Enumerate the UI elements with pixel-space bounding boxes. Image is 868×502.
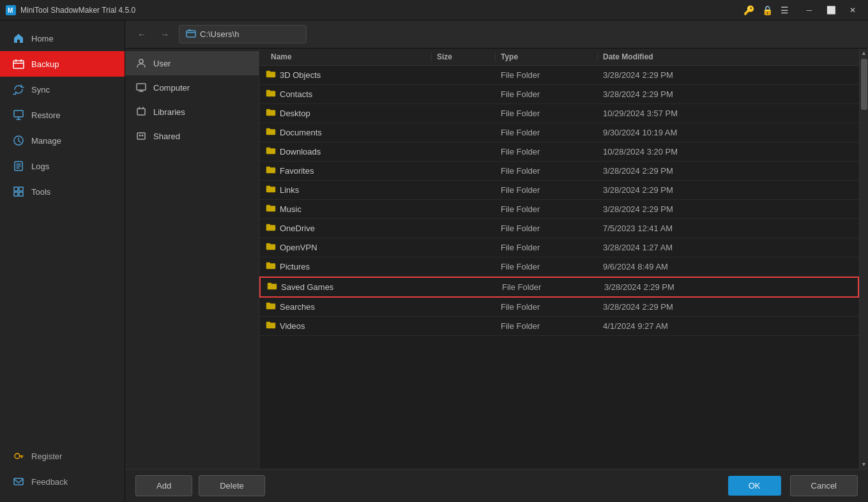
tree-item-computer[interactable]: Computer — [125, 75, 259, 100]
file-type: File Folder — [496, 147, 598, 156]
file-row[interactable]: Documents File Folder 9/30/2024 10:19 AM — [259, 123, 859, 142]
tree-item-user[interactable]: User — [125, 51, 259, 75]
file-type: File Folder — [496, 302, 598, 312]
folder-icon — [267, 282, 277, 293]
file-type: File Folder — [496, 224, 598, 233]
scrollbar[interactable]: ▲ ▼ — [859, 49, 868, 469]
tree-label-libraries: Libraries — [153, 107, 185, 117]
file-row[interactable]: OneDrive File Folder 7/5/2023 12:41 AM — [259, 219, 859, 238]
shared-icon — [135, 130, 147, 142]
user-icon — [135, 57, 147, 69]
file-name: Pictures — [266, 261, 432, 272]
sidebar-item-tools[interactable]: Tools — [0, 179, 125, 204]
sync-icon — [12, 83, 25, 96]
file-type: File Folder — [497, 282, 599, 292]
file-name: Videos — [266, 321, 432, 331]
file-row[interactable]: Contacts File Folder 3/28/2024 2:29 PM — [259, 85, 859, 104]
close-button[interactable]: ✕ — [842, 1, 863, 19]
file-date: 9/30/2024 10:19 AM — [598, 128, 726, 137]
file-row[interactable]: 3D Objects File Folder 3/28/2024 2:29 PM — [259, 66, 859, 85]
file-row[interactable]: Desktop File Folder 10/29/2024 3:57 PM — [259, 104, 859, 123]
sidebar-item-register[interactable]: Register — [0, 443, 125, 469]
restore-icon — [12, 109, 25, 121]
file-type: File Folder — [496, 321, 598, 331]
file-date: 3/28/2024 2:29 PM — [598, 302, 726, 312]
folder-icon — [266, 321, 276, 331]
tree-item-shared[interactable]: Shared — [125, 124, 259, 148]
svg-point-9 — [139, 59, 143, 63]
sidebar-item-home[interactable]: Home — [0, 26, 125, 51]
back-button[interactable]: ← — [133, 26, 151, 43]
svg-rect-8 — [187, 31, 195, 37]
file-row[interactable]: Music File Folder 3/28/2024 2:29 PM — [259, 200, 859, 219]
tools-icon — [12, 185, 25, 198]
column-header-size: Size — [432, 52, 496, 61]
sidebar-label-register: Register — [31, 452, 62, 461]
menu-icon[interactable]: ☰ — [780, 5, 789, 15]
sidebar-item-manage[interactable]: Manage — [0, 128, 125, 153]
file-name: Music — [266, 204, 432, 215]
lock-icon[interactable]: 🔒 — [762, 5, 773, 15]
sidebar: Home Backup Sync Restore Manage — [0, 20, 125, 502]
file-list: Name Size Type Date Modified 3D Objects … — [259, 49, 859, 469]
content-area: User Computer Libraries — [125, 49, 868, 469]
path-text: C:\Users\h — [200, 29, 239, 39]
delete-button[interactable]: Delete — [199, 475, 265, 496]
folder-icon — [266, 261, 276, 272]
svg-rect-3 — [14, 110, 23, 117]
svg-rect-11 — [137, 109, 145, 115]
file-date: 4/1/2024 9:27 AM — [598, 321, 726, 331]
folder-icon — [266, 165, 276, 176]
svg-point-13 — [139, 135, 141, 137]
sidebar-item-backup[interactable]: Backup — [0, 51, 125, 77]
logs-icon — [12, 160, 25, 172]
tree-label-user: User — [153, 59, 171, 68]
file-row[interactable]: Searches File Folder 3/28/2024 2:29 PM — [259, 298, 859, 317]
sidebar-item-restore[interactable]: Restore — [0, 102, 125, 128]
file-row[interactable]: Favorites File Folder 3/28/2024 2:29 PM — [259, 162, 859, 181]
folder-icon — [266, 301, 276, 312]
file-row[interactable]: Saved Games File Folder 3/28/2024 2:29 P… — [259, 277, 859, 298]
sidebar-label-backup: Backup — [31, 59, 59, 69]
maximize-button[interactable]: ⬜ — [821, 1, 841, 19]
file-date: 10/28/2024 3:20 PM — [598, 147, 726, 156]
file-type: File Folder — [496, 243, 598, 252]
sidebar-label-tools: Tools — [31, 187, 50, 197]
file-row[interactable]: Links File Folder 3/28/2024 2:29 PM — [259, 181, 859, 200]
title-bar: M MiniTool ShadowMaker Trial 4.5.0 🔑 🔒 ☰… — [0, 0, 868, 20]
file-date: 3/28/2024 1:27 AM — [598, 243, 726, 252]
file-type: File Folder — [496, 262, 598, 271]
scroll-up[interactable]: ▲ — [860, 49, 869, 57]
tree-item-libraries[interactable]: Libraries — [125, 100, 259, 124]
svg-rect-12 — [137, 133, 145, 139]
file-type: File Folder — [496, 204, 598, 214]
scroll-thumb[interactable] — [861, 59, 867, 110]
cancel-button[interactable]: Cancel — [790, 475, 858, 496]
forward-button[interactable]: → — [156, 26, 174, 43]
add-button[interactable]: Add — [135, 475, 192, 496]
sidebar-item-feedback[interactable]: Feedback — [0, 469, 125, 494]
folder-icon — [266, 204, 276, 215]
app-icon: M — [5, 4, 17, 16]
file-row[interactable]: Downloads File Folder 10/28/2024 3:20 PM — [259, 142, 859, 162]
file-row[interactable]: OpenVPN File Folder 3/28/2024 1:27 AM — [259, 238, 859, 257]
sidebar-label-feedback: Feedback — [31, 477, 68, 487]
scroll-down[interactable]: ▼ — [860, 460, 869, 469]
minimize-button[interactable]: ─ — [799, 1, 819, 19]
file-date: 10/29/2024 3:57 PM — [598, 109, 726, 118]
sidebar-label-manage: Manage — [31, 136, 61, 146]
svg-rect-2 — [13, 61, 24, 68]
pin-icon[interactable]: 🔑 — [743, 5, 754, 15]
app-title: MiniTool ShadowMaker Trial 4.5.0 — [20, 6, 743, 15]
file-row[interactable]: Videos File Folder 4/1/2024 9:27 AM — [259, 317, 859, 336]
file-date: 7/5/2023 12:41 AM — [598, 224, 726, 233]
file-name: OpenVPN — [266, 242, 432, 253]
ok-button[interactable]: OK — [728, 476, 781, 496]
file-row[interactable]: Pictures File Folder 9/6/2024 8:49 AM — [259, 257, 859, 277]
sidebar-item-logs[interactable]: Logs — [0, 153, 125, 179]
file-date: 3/28/2024 2:29 PM — [598, 185, 726, 195]
sidebar-item-sync[interactable]: Sync — [0, 77, 125, 102]
file-type: File Folder — [496, 89, 598, 99]
file-date: 3/28/2024 2:29 PM — [598, 166, 726, 176]
file-list-body: 3D Objects File Folder 3/28/2024 2:29 PM… — [259, 66, 859, 469]
